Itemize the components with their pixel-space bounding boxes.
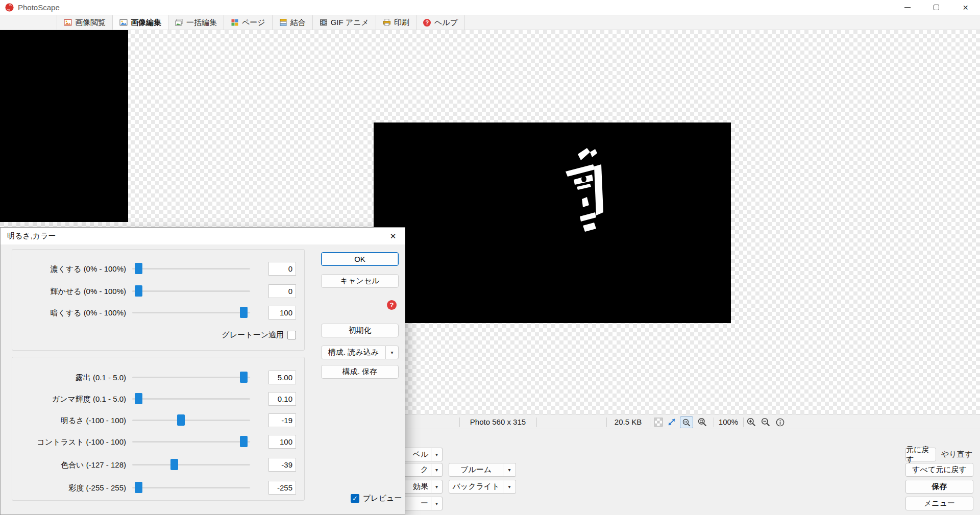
tab-gif-anime[interactable]: GIF アニメ — [313, 15, 376, 30]
tab-help[interactable]: ? ヘルプ — [416, 15, 465, 30]
dialog-title-bar: 明るさ,カラー ✕ — [1, 228, 405, 244]
tab-partial[interactable] — [0, 15, 57, 30]
tab-combine[interactable]: 結合 — [273, 15, 313, 30]
tab-label: GIF アニメ — [331, 18, 369, 28]
slider-handle[interactable] — [177, 414, 185, 426]
darken-value-input[interactable] — [268, 306, 296, 320]
undo-button[interactable]: 元に戻す — [905, 448, 936, 461]
gamma-value-input[interactable] — [268, 392, 296, 406]
zoom-in-button[interactable] — [746, 417, 756, 427]
deepen-slider[interactable] — [131, 263, 251, 274]
tab-page[interactable]: ページ — [224, 15, 273, 30]
slider-row: ガンマ輝度 (0.1 - 5.0) — [12, 392, 304, 406]
dialog-close-button[interactable]: ✕ — [381, 228, 405, 244]
image-viewer-icon — [64, 18, 72, 27]
load-config-button[interactable]: 構成. 読み込み — [321, 346, 386, 359]
zoom-out-button[interactable] — [761, 417, 771, 427]
tab-label: 画像編集 — [131, 18, 161, 28]
slider-row: コントラスト (-100 - 100) — [12, 435, 304, 449]
slider-handle[interactable] — [170, 459, 178, 470]
darken-slider[interactable] — [131, 307, 251, 318]
slider-track — [132, 268, 250, 269]
slider-label: 輝かせる (0% - 100%) — [16, 284, 126, 298]
ok-button[interactable]: OK — [321, 252, 399, 266]
zoom-fit-button[interactable] — [697, 417, 707, 427]
darken-group: 濃くする (0% - 100%) 輝かせる (0% - 100%) 暗くする (… — [12, 249, 305, 351]
gamma-slider[interactable] — [131, 393, 251, 404]
preview-photo — [374, 122, 731, 323]
save-config-button[interactable]: 構成. 保存 — [321, 365, 399, 379]
hue-value-input[interactable] — [268, 458, 296, 472]
tab-print[interactable]: 印刷 — [376, 15, 416, 30]
tab-image-viewer[interactable]: 画像閲覧 — [57, 15, 113, 30]
slider-handle[interactable] — [240, 307, 248, 318]
zoom-actual-size-button[interactable] — [680, 416, 693, 428]
exposure-slider[interactable] — [131, 372, 251, 383]
close-button[interactable]: ✕ — [951, 0, 980, 15]
info-button[interactable] — [775, 417, 785, 427]
menu-button[interactable]: メニュー — [905, 497, 973, 510]
slider-handle[interactable] — [135, 393, 142, 404]
exposure-value-input[interactable] — [268, 371, 296, 384]
slider-handle[interactable] — [135, 263, 142, 274]
cancel-button[interactable]: キャンセル — [321, 274, 399, 288]
contrast-value-input[interactable] — [268, 435, 296, 449]
preview-checkbox[interactable]: ✓ — [351, 494, 359, 503]
dialog-help-icon[interactable]: ? — [387, 300, 397, 310]
slider-row: 色合い (-127 - 128) — [12, 458, 304, 472]
minimize-icon — [904, 7, 911, 8]
combo-dropdown-icon[interactable]: ▾ — [431, 463, 443, 477]
slider-row: 露出 (0.1 - 5.0) — [12, 371, 304, 384]
slider-row: 輝かせる (0% - 100%) — [12, 284, 304, 298]
tab-image-editor[interactable]: 画像編集 — [113, 15, 168, 30]
minimize-button[interactable] — [893, 0, 922, 15]
brightness-slider[interactable] — [131, 414, 251, 426]
load-config-dropdown-icon[interactable]: ▾ — [386, 346, 399, 359]
bloom-button[interactable]: ブルーム — [449, 463, 503, 477]
save-button[interactable]: 保存 — [905, 480, 973, 494]
statusbar-separator — [743, 418, 744, 427]
slider-label: 明るさ (-100 - 100) — [16, 413, 126, 427]
saturation-value-input[interactable] — [268, 481, 296, 495]
backlight-dropdown-icon[interactable]: ▾ — [503, 480, 516, 494]
slider-row: 濃くする (0% - 100%) — [12, 262, 304, 276]
slider-row: 彩度 (-255 - 255) — [12, 481, 304, 495]
tab-batch-editor[interactable]: 一括編集 — [168, 15, 224, 30]
transparency-toggle-icon[interactable] — [653, 417, 664, 427]
page-icon — [231, 18, 239, 27]
saturation-slider[interactable] — [131, 482, 251, 493]
brightness-value-input[interactable] — [268, 413, 296, 427]
brighten-value-input[interactable] — [268, 284, 296, 298]
deepen-value-input[interactable] — [268, 262, 296, 276]
statusbar-separator — [536, 418, 537, 427]
brighten-slider[interactable] — [131, 285, 251, 297]
title-bar: PhotoScape ✕ — [0, 0, 980, 15]
tab-label: 結合 — [290, 18, 306, 28]
window-title: PhotoScape — [18, 3, 60, 12]
black-panel — [0, 30, 128, 222]
backlight-button[interactable]: バックライト — [449, 480, 503, 494]
preview-checkbox-row: ✓ プレビュー — [351, 494, 402, 503]
resize-arrows-icon[interactable] — [667, 417, 677, 427]
reset-button[interactable]: 初期化 — [321, 324, 399, 337]
bloom-dropdown-icon[interactable]: ▾ — [503, 463, 516, 477]
combo-dropdown-icon[interactable]: ▾ — [431, 448, 443, 461]
combo-dropdown-icon[interactable]: ▾ — [431, 497, 443, 510]
close-icon: ✕ — [390, 232, 397, 241]
undo-all-button[interactable]: すべて元に戻す — [905, 463, 973, 477]
slider-handle[interactable] — [240, 372, 248, 383]
slider-handle[interactable] — [135, 482, 142, 493]
hue-slider[interactable] — [131, 459, 251, 470]
slider-handle[interactable] — [135, 285, 142, 297]
contrast-slider[interactable] — [131, 436, 251, 447]
graytone-checkbox[interactable] — [287, 331, 296, 339]
slider-track — [132, 290, 250, 292]
photo-dimensions-label: Photo 560 x 315 — [459, 415, 536, 429]
combo-dropdown-icon[interactable]: ▾ — [431, 480, 443, 494]
maximize-button[interactable] — [922, 0, 951, 15]
slider-handle[interactable] — [240, 436, 248, 447]
redo-button[interactable]: やり直す — [940, 448, 973, 461]
close-icon: ✕ — [963, 4, 969, 12]
statusbar-separator — [650, 418, 650, 427]
gif-anime-icon — [320, 18, 328, 27]
